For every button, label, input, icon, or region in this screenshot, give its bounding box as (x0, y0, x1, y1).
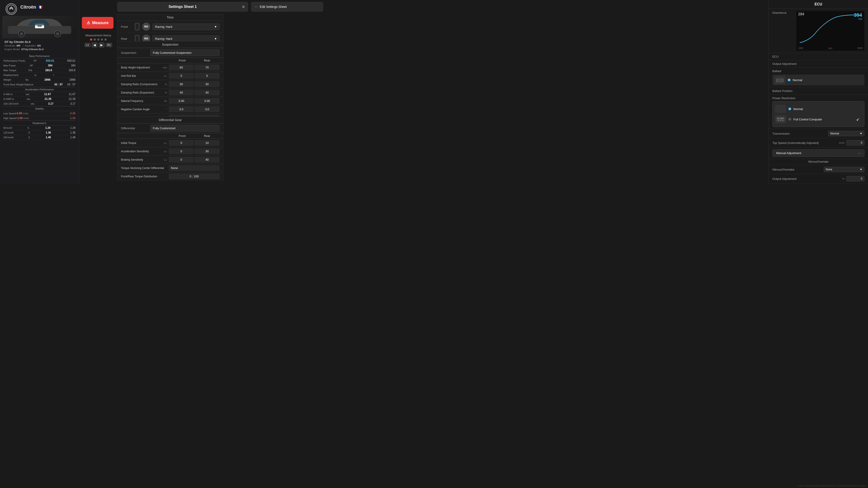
initial-torque-front[interactable]: 0 (169, 140, 194, 146)
damping-exp-row: Damping Ratio (Expansion) % 40 40 (117, 88, 223, 97)
history-title: Measurement History (81, 34, 115, 37)
body-height-front[interactable]: 60 (169, 65, 194, 70)
torque-vec-row: Torque-Vectoring Center Differential Non… (117, 164, 223, 172)
low-speed-row: Low Speed -0.95 Under -0.95 (3, 111, 75, 116)
dot-4 (101, 38, 103, 41)
anti-roll-front[interactable]: 5 (169, 73, 194, 78)
measurement-history: Measurement History L1 ◀ ▶ R1 (81, 34, 115, 47)
body-height-row: Body Height Adjustment mm 60 70 (117, 63, 223, 72)
front-tire-badge: RH (142, 23, 150, 31)
flag-icon: 🇫🇷 (38, 5, 42, 9)
brake-sens-row: Braking Sensitivity Lv. 0 40 (117, 156, 223, 164)
diff-header: Differential Gear (117, 117, 223, 123)
r1-button[interactable]: R1 (106, 43, 112, 47)
tires-header: Tires (117, 14, 223, 21)
anti-roll-row: Anti-Roll Bar Lv. 5 5 (117, 72, 223, 80)
anti-roll-rear[interactable]: 5 (195, 73, 219, 78)
edit-settings-bar: ··· Edit Settings Sheet (251, 2, 323, 12)
svg-rect-9 (136, 24, 138, 29)
left-panel: Citroën 🇫🇷 408 GT by Citroën Gr.4 Drivet… (0, 0, 79, 184)
front-tire-row: Front RH Racing: Hard ▼ (117, 21, 223, 33)
nat-freq-rear[interactable]: 3.00 (195, 98, 219, 104)
edit-dots-icon[interactable]: ··· (254, 5, 257, 9)
damping-exp-front[interactable]: 40 (169, 90, 194, 95)
suspension-type-label: Suspension (121, 51, 150, 55)
prev-button[interactable]: ◀ (92, 42, 97, 47)
accel-title: Acceleration Performance (3, 87, 75, 92)
accel-sens-front[interactable]: 0 (169, 149, 194, 154)
suspension-type-row: Suspension Fully Customized Suspension (117, 48, 223, 58)
svg-point-5 (56, 32, 59, 35)
rot-240-row: 240 km/h G 1.46 1.46 (3, 135, 75, 140)
suspension-section: Suspension Suspension Fully Customized S… (117, 41, 223, 122)
brand-name: Citroën 🇫🇷 (20, 4, 42, 10)
stats-area: Base Performance Performance Points PP 6… (0, 54, 79, 140)
rear-tire-label: Rear (121, 37, 132, 40)
front-tire-icon (134, 23, 140, 31)
rot-60-row: 60 km/h G 1.29 1.29 (3, 126, 75, 130)
torque-vec-value[interactable]: None (169, 165, 219, 171)
damping-comp-front[interactable]: 30 (169, 81, 194, 87)
neg-camber-front[interactable]: 3.0 (169, 106, 194, 112)
nat-freq-row: Natural Frequency Hz 3.00 3.00 (117, 97, 223, 105)
car-silhouette-svg: 408 (3, 17, 76, 37)
brake-sens-rear[interactable]: 40 (195, 157, 219, 162)
differential-section: Differential Gear Differential Fully Cus… (117, 117, 223, 181)
diff-type-row: Differential Fully Customized (117, 123, 223, 133)
suspension-header: Suspension (117, 41, 223, 48)
damping-comp-rear[interactable]: 30 (195, 81, 219, 87)
accel-sens-rear[interactable]: 30 (195, 149, 219, 154)
settings-sheet-bar: Settings Sheet 1 ≡ (117, 2, 248, 12)
l1-button[interactable]: L1 (85, 43, 90, 47)
dot-5 (104, 38, 107, 41)
brake-sens-front[interactable]: 0 (169, 157, 194, 162)
history-nav: L1 ◀ ▶ R1 (81, 42, 115, 47)
diff-col-headers: Front Rear (117, 133, 223, 139)
initial-torque-rear[interactable]: 10 (195, 140, 219, 146)
edit-settings-title: Edit Settings Sheet (260, 5, 287, 8)
brand-label: Citroën (20, 4, 36, 10)
damping-exp-rear[interactable]: 40 (195, 90, 219, 95)
rot-120-row: 120 km/h G 1.36 1.36 (3, 130, 75, 135)
rear-col-header: Rear (195, 59, 219, 62)
diff-type-value[interactable]: Fully Customized (150, 125, 219, 131)
settings-menu-icon[interactable]: ≡ (242, 4, 245, 9)
accel-100-150-row: 100-150 km/h sec. 3.17 3.17 (3, 101, 75, 106)
base-perf-title: Base Performance (3, 54, 75, 59)
dot-3 (97, 38, 99, 41)
suspension-type-value[interactable]: Fully Customized Suspension (150, 50, 219, 56)
measure-button[interactable]: Measure (82, 17, 114, 29)
front-tire-select[interactable]: Racing: Hard ▼ (153, 24, 219, 30)
history-dots (81, 38, 115, 41)
body-height-rear[interactable]: 70 (195, 65, 219, 70)
frwb-row: Front-Rear Weight Balance 43 : 57 43 : 5… (3, 82, 75, 87)
accel-1000-row: 0-1000 m sec. 21.35 21.35 (3, 97, 75, 101)
engine-model: Engine Model GT-by-Citroen-Gr.4 (4, 48, 43, 51)
neg-camber-row: Negative Camber Angle ° 3.0 3.0 (117, 105, 223, 113)
initial-torque-row: Initial Torque Lv. 0 10 (117, 139, 223, 147)
dot-2 (94, 38, 96, 41)
car-image: 408 (2, 16, 77, 38)
suspension-col-headers: Front Rear (117, 58, 223, 63)
nat-freq-front[interactable]: 3.00 (169, 98, 194, 104)
next-button[interactable]: ▶ (99, 42, 104, 47)
diff-front-header: Front (170, 134, 195, 138)
torque-dist-value[interactable]: 0 : 100 (169, 173, 219, 179)
diff-type-label: Differential (121, 127, 150, 130)
neg-camber-rear[interactable]: 3.0 (195, 106, 219, 112)
front-tire-label: Front (121, 25, 132, 29)
stability-title: Stability (3, 106, 75, 111)
front-col-header: Front (170, 59, 195, 62)
damping-comp-row: Damping Ratio (Compression) % 30 30 (117, 80, 223, 88)
measure-label: Measure (92, 21, 108, 25)
svg-point-0 (7, 5, 16, 13)
diff-rear-header: Rear (195, 134, 219, 138)
dot-1 (90, 38, 92, 41)
tires-section: Tires Front RH Racing: Hard ▼ Rear RH Ra… (117, 14, 223, 45)
rotational-title: Rotational G (3, 121, 75, 126)
brand-logo (4, 2, 18, 16)
accel-sens-row: Acceleration Sensitivity Lv. 0 30 (117, 147, 223, 156)
weight-row: Weight lbs. 2866 2866 (3, 77, 75, 82)
svg-point-3 (20, 32, 23, 35)
pp-row: Performance Points PP 650.01 650.01 (3, 59, 75, 63)
